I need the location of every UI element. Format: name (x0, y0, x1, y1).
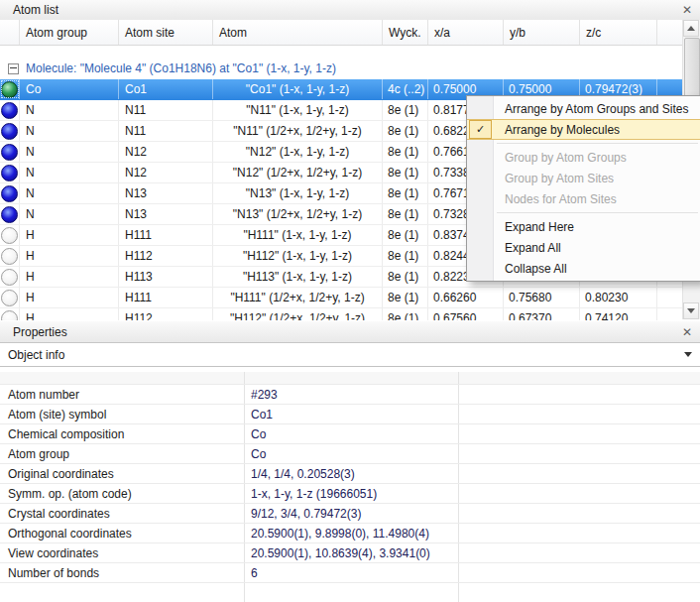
atom-group-cell: N (20, 121, 119, 141)
atom-site-cell: Co1 (119, 79, 213, 99)
atom-site-cell: N13 (119, 204, 213, 224)
n-atom-sphere-icon (1, 123, 18, 140)
property-label: Crystal coordinates (0, 504, 245, 523)
property-label: View coordinates (0, 543, 245, 562)
atom-row[interactable]: HH111"H111" (1/2+x, 1/2+y, 1-z)8e (1)0.6… (0, 288, 683, 308)
wyckoff-cell: 8e (1) (383, 246, 428, 266)
menu-item[interactable]: ✓Arrange by Molecules (467, 119, 700, 140)
n-atom-sphere-icon (1, 165, 18, 181)
property-label: Chemical composition (0, 424, 245, 443)
h-atom-sphere-icon (1, 269, 18, 286)
property-value: 1/4, 1/4, 0.20528(3) (245, 464, 459, 483)
atom-group-cell: N (20, 142, 119, 162)
atom-site-cell: N11 (119, 100, 213, 120)
property-row: Orthogonal coordinates20.5900(1), 9.8998… (0, 524, 700, 543)
wyckoff-cell: 4c (..2) (383, 79, 428, 99)
property-value: Co (245, 424, 459, 443)
column-header[interactable]: Wyck. (383, 20, 428, 45)
co-atom-sphere-icon (1, 81, 18, 98)
menu-separator (497, 143, 698, 144)
menu-item: Group by Atom Sites (467, 168, 700, 188)
property-label: Atom group (0, 444, 245, 463)
checkmark-icon: ✓ (469, 120, 492, 139)
atom-site-cell: H111 (119, 288, 213, 307)
menu-item[interactable]: Arrange by Atom Groups and Sites (467, 98, 700, 119)
zc-cell: 0.80230 (580, 288, 657, 307)
wyckoff-cell: 8e (1) (383, 288, 428, 307)
wyckoff-cell: 8e (1) (383, 163, 428, 182)
property-extra-cell (459, 424, 700, 443)
scroll-down-icon[interactable] (683, 302, 699, 319)
menu-item: Group by Atom Groups (467, 147, 700, 168)
chevron-down-icon (684, 352, 692, 357)
column-header[interactable]: z/c (580, 20, 657, 45)
property-value: Co (245, 444, 459, 463)
property-extra-cell (459, 583, 700, 602)
properties-title: Properties (13, 325, 67, 339)
yb-cell: 0.67370 (504, 308, 580, 320)
column-header[interactable]: x/a (428, 20, 504, 45)
property-extra-cell (459, 563, 700, 582)
n-atom-sphere-icon (1, 206, 18, 223)
menu-item[interactable]: Expand Here (467, 216, 700, 237)
atom-site-cell: N12 (119, 142, 213, 162)
property-extra-cell (459, 484, 700, 503)
property-row: Atom (site) symbolCo1 (0, 405, 700, 424)
property-extra-cell (459, 405, 700, 423)
atom-group-cell: Co (20, 79, 119, 99)
xa-cell: 0.66260 (428, 288, 504, 307)
column-header[interactable]: y/b (504, 20, 580, 45)
close-icon[interactable]: ✕ (682, 326, 692, 338)
properties-table: Atom number#293Atom (site) symbolCo1Chem… (0, 372, 700, 602)
column-header[interactable]: Atom site (119, 20, 213, 45)
property-label: Orthogonal coordinates (0, 524, 245, 542)
menu-item-label: Nodes for Atom Sites (505, 192, 617, 206)
column-header-filler[interactable] (657, 20, 683, 45)
atom-site-cell: H113 (119, 267, 213, 287)
scrollbar-thumb[interactable] (684, 38, 700, 101)
property-label: Atom number (0, 385, 245, 404)
property-value (245, 372, 459, 384)
atom-icon-cell (0, 142, 20, 162)
menu-item-label: Expand All (505, 241, 561, 255)
property-label (0, 583, 245, 602)
atom-list-titlebar: Atom list ✕ (0, 0, 700, 21)
column-header-icon[interactable] (0, 20, 20, 45)
atom-group-cell: H (20, 225, 119, 245)
property-row (0, 583, 700, 602)
menu-item-label: Group by Atom Groups (505, 151, 627, 165)
atom-label-cell: "H113" (1-x, 1-y, 1-z) (213, 267, 383, 287)
wyckoff-cell: 8e (1) (383, 267, 428, 287)
atom-list-title: Atom list (13, 3, 58, 17)
atom-site-cell: N13 (119, 183, 213, 203)
molecule-group-label: Molecule: "Molecule 4" (Co1H18N6) at "Co… (26, 61, 336, 75)
column-header[interactable]: Atom group (20, 20, 119, 45)
scroll-up-icon[interactable] (683, 20, 699, 37)
h-atom-sphere-icon (1, 248, 18, 265)
property-label (0, 372, 245, 384)
molecule-group-row[interactable]: Molecule: "Molecule 4" (Co1H18N6) at "Co… (0, 58, 691, 79)
collapse-icon[interactable] (8, 63, 19, 74)
atom-label-cell: "H112" (1/2+x, 1/2+y, 1-z) (213, 308, 383, 320)
property-row: Atom groupCo (0, 444, 700, 464)
menu-item-label: Collapse All (505, 262, 567, 276)
atom-group-cell: N (20, 183, 119, 203)
n-atom-sphere-icon (1, 144, 18, 161)
atom-icon-cell (0, 246, 20, 266)
atom-site-cell: N11 (119, 121, 213, 141)
context-menu: Arrange by Atom Groups and Sites✓Arrange… (466, 95, 700, 282)
menu-item[interactable]: Collapse All (467, 258, 700, 279)
property-row: Symm. op. (atom code)1-x, 1-y, 1-z (1966… (0, 484, 700, 504)
property-value: 20.5900(1), 9.8998(0), 11.4980(4) (245, 524, 459, 542)
object-info-dropdown[interactable]: Object info (0, 343, 700, 367)
column-header[interactable]: Atom (213, 20, 383, 45)
atom-group-cell: H (20, 308, 119, 320)
atom-icon-cell (0, 79, 20, 99)
atom-row[interactable]: HH112"H112" (1/2+x, 1/2+y, 1-z)8e (1)0.6… (0, 308, 683, 320)
close-icon[interactable]: ✕ (682, 4, 692, 16)
atom-site-cell: N12 (119, 163, 213, 182)
property-value: 9/12, 3/4, 0.79472(3) (245, 504, 459, 523)
menu-item[interactable]: Expand All (467, 237, 700, 258)
atom-icon-cell (0, 225, 20, 245)
n-atom-sphere-icon (1, 102, 18, 119)
